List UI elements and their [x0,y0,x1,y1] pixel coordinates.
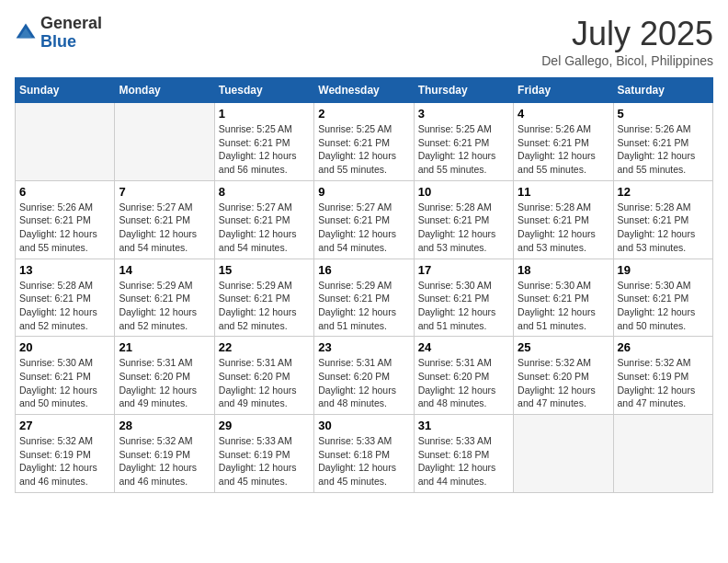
header-sunday: Sunday [16,78,115,103]
calendar-cell: 12Sunrise: 5:28 AMSunset: 6:21 PMDayligh… [613,180,712,259]
day-info: Sunrise: 5:28 AMSunset: 6:21 PMDaylight:… [518,201,609,255]
calendar-cell: 5Sunrise: 5:26 AMSunset: 6:21 PMDaylight… [613,103,712,181]
calendar-cell: 26Sunrise: 5:32 AMSunset: 6:19 PMDayligh… [613,337,712,415]
calendar-cell: 22Sunrise: 5:31 AMSunset: 6:20 PMDayligh… [214,337,313,415]
day-info: Sunrise: 5:25 AMSunset: 6:21 PMDaylight:… [418,122,509,177]
calendar-cell: 8Sunrise: 5:27 AMSunset: 6:21 PMDaylight… [214,180,313,259]
calendar-cell: 16Sunrise: 5:29 AMSunset: 6:21 PMDayligh… [314,259,414,337]
calendar-body: 1Sunrise: 5:25 AMSunset: 6:21 PMDaylight… [16,103,713,493]
day-info: Sunrise: 5:30 AMSunset: 6:21 PMDaylight:… [418,279,509,333]
day-number: 31 [418,419,509,432]
day-info: Sunrise: 5:32 AMSunset: 6:19 PMDaylight:… [618,356,709,410]
day-info: Sunrise: 5:27 AMSunset: 6:21 PMDaylight:… [318,201,409,255]
day-info: Sunrise: 5:29 AMSunset: 6:21 PMDaylight:… [119,279,210,333]
day-number: 29 [219,419,310,432]
day-number: 9 [318,185,409,199]
calendar-cell [613,415,712,493]
title-block: July 2025 Del Gallego, Bicol, Philippine… [541,15,713,68]
day-number: 2 [318,107,409,121]
calendar-cell: 15Sunrise: 5:29 AMSunset: 6:21 PMDayligh… [214,259,313,337]
day-info: Sunrise: 5:32 AMSunset: 6:19 PMDaylight:… [19,434,110,488]
calendar-cell [514,415,613,493]
day-info: Sunrise: 5:31 AMSunset: 6:20 PMDaylight:… [318,356,409,410]
logo-general: General [40,14,102,32]
header-monday: Monday [115,78,214,103]
calendar-cell: 20Sunrise: 5:30 AMSunset: 6:21 PMDayligh… [16,337,115,415]
calendar-cell: 28Sunrise: 5:32 AMSunset: 6:19 PMDayligh… [115,415,214,493]
day-info: Sunrise: 5:33 AMSunset: 6:19 PMDaylight:… [219,434,310,488]
day-number: 16 [318,263,409,277]
page-header: General Blue July 2025 Del Gallego, Bico… [15,15,713,68]
calendar-cell: 4Sunrise: 5:26 AMSunset: 6:21 PMDaylight… [514,103,613,181]
day-number: 10 [418,185,509,199]
day-info: Sunrise: 5:31 AMSunset: 6:20 PMDaylight:… [219,356,310,410]
day-number: 7 [119,185,210,199]
calendar-header: SundayMondayTuesdayWednesdayThursdayFrid… [16,78,713,103]
day-info: Sunrise: 5:32 AMSunset: 6:19 PMDaylight:… [119,434,210,488]
calendar-cell: 25Sunrise: 5:32 AMSunset: 6:20 PMDayligh… [514,337,613,415]
location: Del Gallego, Bicol, Philippines [541,53,713,68]
header-thursday: Thursday [414,78,513,103]
logo: General Blue [15,15,102,52]
header-tuesday: Tuesday [214,78,313,103]
day-number: 30 [318,419,409,432]
day-info: Sunrise: 5:29 AMSunset: 6:21 PMDaylight:… [219,279,310,333]
day-info: Sunrise: 5:28 AMSunset: 6:21 PMDaylight:… [19,279,110,333]
logo-blue: Blue [40,32,76,51]
day-number: 26 [618,340,709,354]
calendar-week-4: 20Sunrise: 5:30 AMSunset: 6:21 PMDayligh… [16,337,713,415]
day-number: 21 [119,340,210,354]
calendar-week-2: 6Sunrise: 5:26 AMSunset: 6:21 PMDaylight… [16,180,713,259]
calendar-cell: 29Sunrise: 5:33 AMSunset: 6:19 PMDayligh… [214,415,313,493]
day-info: Sunrise: 5:33 AMSunset: 6:18 PMDaylight:… [318,434,409,488]
calendar-week-3: 13Sunrise: 5:28 AMSunset: 6:21 PMDayligh… [16,259,713,337]
day-number: 28 [119,419,210,432]
day-info: Sunrise: 5:26 AMSunset: 6:21 PMDaylight:… [19,201,110,255]
calendar-cell: 6Sunrise: 5:26 AMSunset: 6:21 PMDaylight… [16,180,115,259]
day-number: 15 [219,263,310,277]
calendar-cell: 27Sunrise: 5:32 AMSunset: 6:19 PMDayligh… [16,415,115,493]
calendar-cell: 30Sunrise: 5:33 AMSunset: 6:18 PMDayligh… [314,415,414,493]
day-number: 4 [518,107,609,121]
calendar-cell: 7Sunrise: 5:27 AMSunset: 6:21 PMDaylight… [115,180,214,259]
day-number: 27 [19,419,110,432]
day-number: 8 [219,185,310,199]
day-info: Sunrise: 5:31 AMSunset: 6:20 PMDaylight:… [418,356,509,410]
calendar-cell: 9Sunrise: 5:27 AMSunset: 6:21 PMDaylight… [314,180,414,259]
calendar-cell: 13Sunrise: 5:28 AMSunset: 6:21 PMDayligh… [16,259,115,337]
calendar-cell [115,103,214,181]
day-number: 12 [618,185,709,199]
logo-text: General Blue [40,15,102,52]
day-info: Sunrise: 5:26 AMSunset: 6:21 PMDaylight:… [518,122,609,177]
day-info: Sunrise: 5:31 AMSunset: 6:20 PMDaylight:… [119,356,210,410]
header-wednesday: Wednesday [314,78,414,103]
day-info: Sunrise: 5:29 AMSunset: 6:21 PMDaylight:… [318,279,409,333]
day-info: Sunrise: 5:28 AMSunset: 6:21 PMDaylight:… [618,201,709,255]
calendar-cell: 2Sunrise: 5:25 AMSunset: 6:21 PMDaylight… [314,103,414,181]
day-number: 20 [19,340,110,354]
calendar-cell: 14Sunrise: 5:29 AMSunset: 6:21 PMDayligh… [115,259,214,337]
calendar-cell: 10Sunrise: 5:28 AMSunset: 6:21 PMDayligh… [414,180,513,259]
calendar-week-1: 1Sunrise: 5:25 AMSunset: 6:21 PMDaylight… [16,103,713,181]
day-number: 6 [19,185,110,199]
day-number: 18 [518,263,609,277]
day-info: Sunrise: 5:33 AMSunset: 6:18 PMDaylight:… [418,434,509,488]
calendar-cell: 17Sunrise: 5:30 AMSunset: 6:21 PMDayligh… [414,259,513,337]
calendar-week-5: 27Sunrise: 5:32 AMSunset: 6:19 PMDayligh… [16,415,713,493]
day-number: 14 [119,263,210,277]
day-number: 11 [518,185,609,199]
day-info: Sunrise: 5:28 AMSunset: 6:21 PMDaylight:… [418,201,509,255]
calendar-cell: 19Sunrise: 5:30 AMSunset: 6:21 PMDayligh… [613,259,712,337]
day-info: Sunrise: 5:27 AMSunset: 6:21 PMDaylight:… [119,201,210,255]
calendar-cell: 23Sunrise: 5:31 AMSunset: 6:20 PMDayligh… [314,337,414,415]
calendar-cell: 21Sunrise: 5:31 AMSunset: 6:20 PMDayligh… [115,337,214,415]
day-info: Sunrise: 5:25 AMSunset: 6:21 PMDaylight:… [219,122,310,177]
calendar-cell: 24Sunrise: 5:31 AMSunset: 6:20 PMDayligh… [414,337,513,415]
day-number: 22 [219,340,310,354]
calendar-cell: 11Sunrise: 5:28 AMSunset: 6:21 PMDayligh… [514,180,613,259]
day-number: 13 [19,263,110,277]
month-title: July 2025 [541,15,713,53]
calendar-cell: 18Sunrise: 5:30 AMSunset: 6:21 PMDayligh… [514,259,613,337]
calendar-cell: 1Sunrise: 5:25 AMSunset: 6:21 PMDaylight… [214,103,313,181]
day-number: 3 [418,107,509,121]
